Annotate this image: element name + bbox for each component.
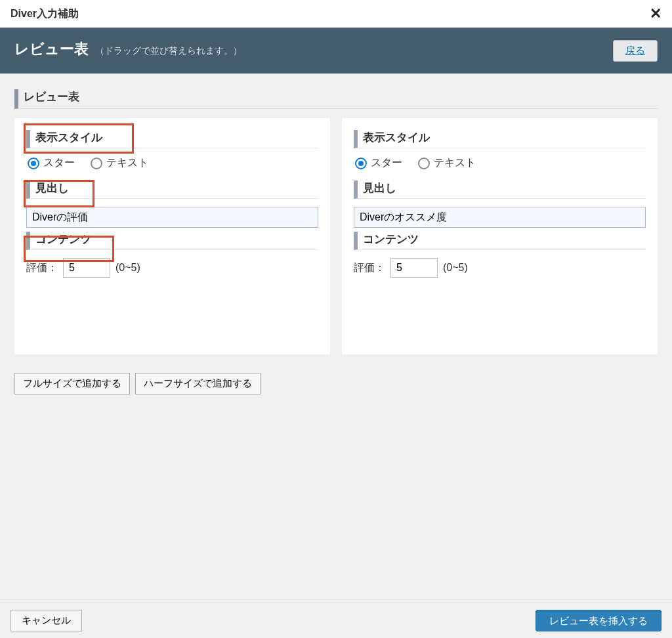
cancel-button[interactable]: キャンセル [10,610,82,631]
radio-text-label: テキスト [106,156,148,170]
heading-label: 見出し [354,181,646,199]
radio-icon [418,158,430,169]
add-halfsize-button[interactable]: ハーフサイズで追加する [135,373,261,394]
heading-input[interactable] [354,207,646,228]
contents-label: コンテンツ [354,232,646,250]
review-card[interactable]: 表示スタイル スター テキスト 見出し コンテンツ 評価： (0~5) [14,118,330,354]
radio-text[interactable]: テキスト [418,156,476,170]
section-title: レビュー表 [14,89,658,109]
radio-icon [91,158,102,169]
rating-prefix: 評価： [354,261,385,275]
rating-range: (0~5) [443,262,468,274]
display-style-heading: 表示スタイル [26,130,318,148]
radio-star[interactable]: スター [28,156,75,170]
add-fullsize-button[interactable]: フルサイズで追加する [14,373,130,394]
radio-icon [28,158,39,169]
rating-input[interactable] [63,258,110,278]
banner-subtitle: （ドラッグで並び替えられます。） [95,45,242,57]
radio-star-label: スター [371,156,402,170]
radio-icon [355,158,367,169]
modal-title: Diver入力補助 [10,7,79,21]
banner: レビュー表 （ドラッグで並び替えられます。） 戻る [0,28,672,74]
rating-range: (0~5) [116,262,140,274]
insert-button[interactable]: レビュー表を挿入する [536,610,662,631]
back-button[interactable]: 戻る [613,40,658,62]
rating-input[interactable] [390,258,438,278]
review-card[interactable]: 表示スタイル スター テキスト 見出し コンテンツ 評価： (0~5) [342,118,658,354]
radio-text-label: テキスト [434,156,476,170]
heading-label: 見出し [26,181,318,199]
banner-title: レビュー表 [14,39,89,59]
radio-star[interactable]: スター [355,156,402,170]
close-icon[interactable]: ✕ [650,7,662,21]
radio-star-label: スター [43,156,75,170]
contents-label: コンテンツ [26,232,318,250]
radio-text[interactable]: テキスト [91,156,148,170]
rating-prefix: 評価： [26,261,58,275]
heading-input[interactable] [26,207,318,228]
display-style-heading: 表示スタイル [354,130,646,148]
